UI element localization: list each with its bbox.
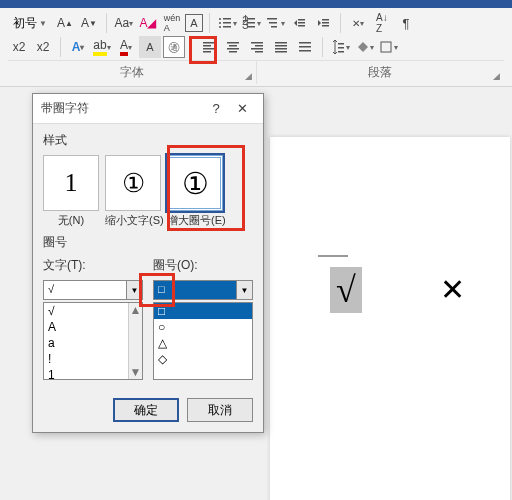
svg-rect-40 [338, 43, 344, 45]
style-shrink-preview: ① [105, 155, 161, 211]
cancel-button[interactable]: 取消 [187, 398, 253, 422]
char-shading-button[interactable]: A [139, 36, 161, 58]
line-spacing-button[interactable]: ▾ [329, 36, 351, 58]
style-none[interactable]: 1 无(N) [43, 155, 99, 228]
style-enlarge[interactable]: ① 增大圈号(E) [167, 155, 223, 228]
enclosure-combo[interactable]: □ ▼ [153, 280, 253, 300]
svg-rect-30 [255, 45, 263, 47]
asian-layout-button[interactable]: ✕▾ [347, 12, 369, 34]
svg-rect-18 [322, 19, 329, 21]
svg-rect-43 [381, 42, 391, 52]
enclosure-label: 圈号 [43, 234, 253, 251]
text-value: √ [43, 280, 127, 300]
svg-point-4 [219, 26, 221, 28]
phonetic-guide-button[interactable]: wénA [161, 12, 183, 34]
close-button[interactable]: ✕ [229, 101, 255, 116]
highlight-button[interactable]: ab▾ [91, 36, 113, 58]
group-font: 字体◢ [8, 61, 256, 84]
change-case-button[interactable]: Aa▾ [113, 12, 135, 34]
document-page[interactable]: √ ✕ [270, 137, 510, 500]
style-label: 样式 [43, 132, 253, 149]
align-left-button[interactable] [198, 36, 220, 58]
align-right-button[interactable] [246, 36, 268, 58]
svg-rect-25 [227, 42, 239, 44]
doc-check-symbol[interactable]: √ [330, 267, 362, 313]
enclosure-listbox[interactable]: □ ○ △ ◇ [153, 302, 253, 380]
svg-rect-36 [275, 51, 287, 53]
enclose-char-button[interactable]: ㊜ [163, 36, 185, 58]
svg-rect-33 [275, 42, 287, 44]
list-item[interactable]: ◇ [154, 351, 252, 367]
font-size-combo[interactable]: 初号▼ [8, 13, 52, 34]
borders-button[interactable]: ▾ [377, 36, 399, 58]
svg-rect-23 [203, 48, 215, 50]
char-border-button[interactable]: A [185, 14, 203, 32]
show-marks-button[interactable]: ¶ [395, 12, 417, 34]
chevron-down-icon: ▼ [237, 280, 253, 300]
superscript-button[interactable]: x2 [32, 36, 54, 58]
svg-rect-20 [322, 25, 329, 27]
list-item[interactable]: ○ [154, 319, 252, 335]
paragraph-launcher-icon[interactable]: ◢ [493, 71, 500, 81]
svg-rect-27 [227, 48, 239, 50]
svg-rect-34 [275, 45, 287, 47]
scrollbar[interactable]: ▲▼ [128, 303, 142, 379]
shading-button[interactable]: ▾ [353, 36, 375, 58]
svg-rect-5 [223, 26, 231, 28]
svg-rect-21 [203, 42, 215, 44]
increase-indent-button[interactable] [312, 12, 334, 34]
dialog-titlebar[interactable]: 带圈字符 ? ✕ [33, 94, 263, 124]
svg-rect-31 [251, 48, 263, 50]
style-none-caption: 无(N) [43, 213, 99, 228]
bullets-button[interactable]: ▾ [216, 12, 238, 34]
text-listbox[interactable]: √ A a ! 1 ▲▼ [43, 302, 143, 380]
clear-format-button[interactable]: A◢ [137, 12, 159, 34]
chevron-down-icon: ▼ [39, 19, 47, 28]
list-item[interactable]: □ [154, 303, 252, 319]
text-field-label: 文字(T): [43, 257, 143, 274]
svg-rect-12 [267, 18, 277, 20]
subscript-button[interactable]: x2 [8, 36, 30, 58]
font-size-value: 初号 [13, 15, 37, 32]
text-effects-button[interactable]: A▾ [67, 36, 89, 58]
svg-rect-28 [229, 51, 237, 53]
style-enlarge-preview: ① [167, 155, 223, 211]
sort-button[interactable]: A↓Z [371, 12, 393, 34]
enclose-char-dialog: 带圈字符 ? ✕ 样式 1 无(N) ① 缩小文字(S) ① 增大圈号(E) [32, 93, 264, 433]
svg-rect-41 [338, 47, 344, 49]
document-area: √ ✕ 带圈字符 ? ✕ 样式 1 无(N) ① 缩小文字(S) ① 增大圈 [0, 87, 512, 500]
multilevel-list-button[interactable]: ▾ [264, 12, 286, 34]
svg-rect-1 [223, 18, 231, 20]
align-center-button[interactable] [222, 36, 244, 58]
svg-rect-16 [298, 22, 305, 24]
ok-button[interactable]: 确定 [113, 398, 179, 422]
style-shrink[interactable]: ① 缩小文字(S) [105, 155, 161, 228]
svg-rect-38 [299, 46, 311, 48]
align-distribute-button[interactable] [294, 36, 316, 58]
numbering-button[interactable]: 123▾ [240, 12, 262, 34]
grow-font-button[interactable]: A▲ [54, 12, 76, 34]
ribbon: 初号▼ A▲ A▼ Aa▾ A◢ wénA A ▾ 123▾ ▾ ✕▾ A↓Z … [0, 8, 512, 87]
svg-rect-11 [247, 26, 255, 28]
style-none-preview: 1 [43, 155, 99, 211]
svg-point-0 [219, 18, 221, 20]
chevron-down-icon: ▼ [127, 280, 143, 300]
group-paragraph: 段落◢ [256, 61, 505, 84]
doc-x-symbol[interactable]: ✕ [440, 272, 465, 307]
list-item[interactable]: △ [154, 335, 252, 351]
font-color-button[interactable]: A▾ [115, 36, 137, 58]
decrease-indent-button[interactable] [288, 12, 310, 34]
shrink-font-button[interactable]: A▼ [78, 12, 100, 34]
style-shrink-caption: 缩小文字(S) [105, 213, 161, 228]
style-enlarge-caption: 增大圈号(E) [167, 213, 223, 228]
text-combo[interactable]: √ ▼ [43, 280, 143, 300]
svg-rect-26 [229, 45, 237, 47]
svg-rect-24 [203, 51, 211, 53]
svg-rect-15 [298, 19, 305, 21]
svg-rect-32 [255, 51, 263, 53]
font-launcher-icon[interactable]: ◢ [245, 71, 252, 81]
enclosure-value: □ [153, 280, 237, 300]
svg-rect-3 [223, 22, 231, 24]
help-button[interactable]: ? [203, 101, 229, 116]
align-justify-button[interactable] [270, 36, 292, 58]
